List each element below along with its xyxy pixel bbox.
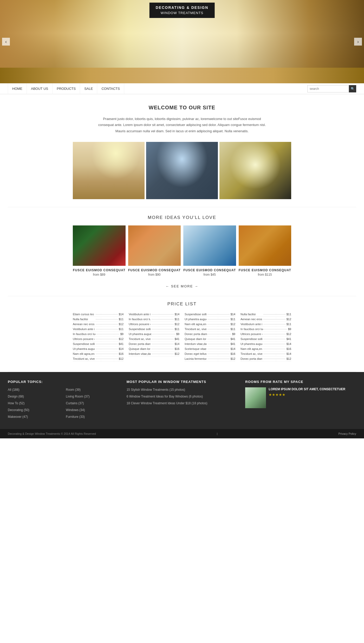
price-dots <box>263 319 285 319</box>
gallery-image-3[interactable] <box>219 142 291 199</box>
product-card-4[interactable]: FUSCE EUISMOD CONSEQUAT from $115 <box>239 225 291 276</box>
welcome-title: WELCOME TO OUR SITE <box>96 105 268 111</box>
price-row-value: $11 <box>231 327 235 331</box>
room-thumbnail[interactable] <box>245 387 266 408</box>
price-row-name: Tincidunt ac, viverra sed <box>185 327 206 331</box>
room-image-1 <box>73 142 145 199</box>
search-input[interactable] <box>307 85 349 92</box>
price-row: Scelerisque vitae, pede$14 <box>185 346 235 351</box>
price-dots <box>96 329 118 329</box>
price-row-name: Quisque diam lorem <box>185 337 206 341</box>
popular-topic-link[interactable]: Makeover (47) <box>8 414 61 419</box>
price-row: Suspendisse sollicitudin$41 <box>240 337 291 342</box>
price-row-value: $12 <box>119 323 124 326</box>
privacy-policy-link[interactable]: Privacy Policy <box>339 432 356 435</box>
price-row-value: $41 <box>231 342 235 345</box>
product-card-3[interactable]: FUSCE EUISMOD CONSEQUAT from $45 <box>183 225 236 276</box>
most-popular-links: 15 Stylish Window Treatments (15 photos)… <box>127 387 238 406</box>
gallery-image-2[interactable] <box>146 142 218 199</box>
product-card-2[interactable]: FUSCE EUISMOD CONSEQUAT from $90 <box>128 225 181 276</box>
hero-prev-button[interactable]: ‹ <box>2 38 10 46</box>
popular-topic-link[interactable]: Living Room (37) <box>66 394 119 399</box>
price-dots <box>263 359 285 359</box>
most-popular-link[interactable]: 6 Window Treatment Ideas for Bay Windows… <box>127 394 238 399</box>
nav-about[interactable]: ABOUT US <box>27 83 53 94</box>
popular-topic-link[interactable]: Decorating (50) <box>8 408 61 412</box>
nav-sale[interactable]: SALE <box>80 83 97 94</box>
price-list-title: PRICE LIST <box>73 301 291 307</box>
popular-topic-link[interactable]: Curtains (37) <box>66 401 119 406</box>
popular-topic-link[interactable]: Furniture (33) <box>66 414 119 419</box>
price-row: Donec porta diam eu massa$9 <box>185 332 235 337</box>
most-popular-link[interactable]: 18 Clever Window Treatment Ideas Under $… <box>127 401 238 406</box>
hero-next-button[interactable]: › <box>354 38 362 46</box>
product-name-3: FUSCE EUISMOD CONSEQUAT <box>183 268 236 272</box>
price-dots <box>152 319 173 319</box>
price-row: Vestibulum ante ipsum pri$11 <box>73 327 124 332</box>
popular-topic-link[interactable]: Room (39) <box>66 387 119 392</box>
price-row: Nulla facilisi$11 <box>240 312 291 317</box>
price-row-name: Quisque diam lorem <box>129 347 151 350</box>
price-row-value: $41 <box>287 337 291 341</box>
footer: POPULAR TOPICS: All (188)Design (68)How … <box>0 372 364 429</box>
price-dots <box>208 334 231 334</box>
nav-links: HOME ABOUT US PRODUCTS SALE CONTACTS <box>8 83 307 94</box>
price-row-value: $14 <box>231 347 235 350</box>
price-row-value: $12 <box>287 357 291 360</box>
price-row-name: Nam elit agna,endrerit sit <box>240 347 262 350</box>
price-row-name: Lacinia fermentum <box>185 357 206 360</box>
price-row: Donec porta diam eu massa$14 <box>129 342 179 346</box>
price-dots <box>96 334 119 334</box>
site-title-line2: WINDOW TREATMENTS <box>161 11 204 15</box>
price-dots <box>263 334 285 334</box>
search-area: 🔍 <box>307 85 356 92</box>
price-dots <box>152 334 175 334</box>
price-row: Interdum vitae,dapibus ac$12 <box>129 351 179 356</box>
price-row: Tincidunt ac, viverra sed$11 <box>185 327 235 332</box>
price-dots <box>263 349 285 349</box>
price-row-value: $11 <box>119 327 124 331</box>
popular-topic-link[interactable]: Design (68) <box>8 394 61 399</box>
price-row: Nulla facilisi$11 <box>73 317 124 322</box>
most-popular-link[interactable]: 15 Stylish Window Treatments (15 photos) <box>127 387 238 392</box>
price-dots <box>96 359 118 359</box>
price-row-value: $14 <box>231 313 235 316</box>
price-row-value: $14 <box>119 313 124 316</box>
price-row: Vestibulum ante ipsum pri$11 <box>240 322 291 327</box>
price-dots <box>96 354 118 354</box>
nav-contacts[interactable]: CONTACTS <box>97 83 124 94</box>
footer-bottom: Decorating & Design Window Treatments © … <box>0 429 364 438</box>
gallery-image-1[interactable] <box>73 142 145 199</box>
welcome-section: WELCOME TO OUR SITE Praesent justo dolor… <box>0 94 364 207</box>
search-button[interactable]: 🔍 <box>349 85 356 92</box>
room-image-3 <box>219 142 291 199</box>
price-row-name: Vestibulum ante ipsum pri <box>129 313 151 316</box>
popular-topic-link[interactable]: All (188) <box>8 387 61 392</box>
nav-products[interactable]: PRODUCTS <box>53 83 80 94</box>
product-name-2: FUSCE EUISMOD CONSEQUAT <box>128 268 181 272</box>
see-more-button[interactable]: ← SEE MORE → <box>166 284 198 288</box>
price-row-value: $41 <box>231 337 235 341</box>
price-row-name: Vestibulum ante ipsum pri <box>73 327 95 331</box>
price-row-name: Interdum vitae,dapibus ac <box>129 352 151 355</box>
price-row-name: Ultrices posuere cubilia urae <box>240 332 262 336</box>
popular-topic-link[interactable]: Windows (34) <box>66 408 119 412</box>
price-row: Vestibulum ante ipsum pri$14 <box>129 312 179 317</box>
price-row: In faucibus orci luctus et$9 <box>73 332 124 337</box>
price-dots <box>264 329 287 329</box>
nav-home[interactable]: HOME <box>8 83 27 94</box>
price-row-name: Nulla facilisi <box>73 318 95 321</box>
price-row-value: $11 <box>119 318 124 321</box>
room-stars: ★★★★★ <box>269 393 345 397</box>
price-row-name: Aenean nec eros <box>240 318 262 321</box>
price-dots <box>263 314 285 314</box>
price-row-value: $12 <box>119 337 124 341</box>
price-dots <box>263 324 285 324</box>
price-row-name: Tincidunt ac, viverra sed <box>73 357 95 360</box>
price-dots <box>263 344 285 344</box>
more-ideas-section: MORE IDEAS YOU'LL LOVE FUSCE EUISMOD CON… <box>0 207 364 296</box>
price-dots <box>152 339 173 339</box>
product-card-1[interactable]: FUSCE EUISMOD CONSEQUAT from $89 <box>73 225 126 276</box>
room-card: LOREM IPSUM DOLOR SIT AMET, CONSECTETUER… <box>245 387 356 408</box>
popular-topic-link[interactable]: How To (52) <box>8 401 61 406</box>
